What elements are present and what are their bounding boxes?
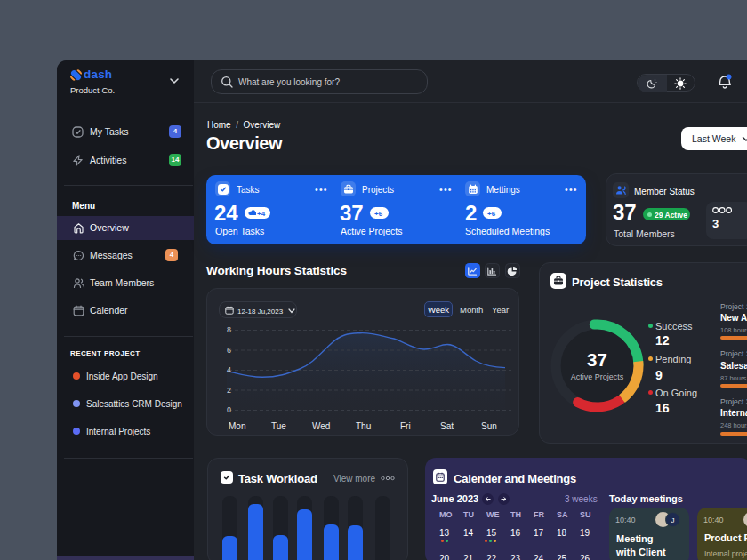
svg-text:Active Projects: Active Projects — [571, 372, 624, 381]
svg-text:37: 37 — [587, 349, 607, 370]
